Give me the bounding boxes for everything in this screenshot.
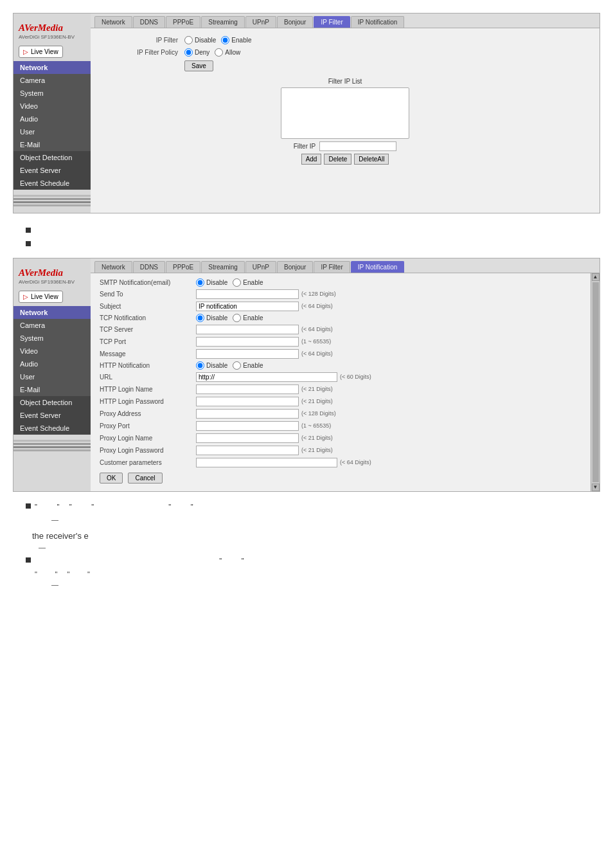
filter-ip-list[interactable] xyxy=(281,87,409,139)
delete-all-button-1[interactable]: DeleteAll xyxy=(354,154,389,165)
http-pass-input[interactable] xyxy=(196,397,299,406)
tab-ipfilter-1[interactable]: IP Filter xyxy=(314,16,350,28)
ip-filter-enable-label: Enable xyxy=(231,37,251,44)
smtp-enable-radio[interactable] xyxy=(233,278,241,287)
tab-bar-1: Network DDNS PPPoE Streaming UPnP Bonjou… xyxy=(91,14,600,28)
tab-ddns-2[interactable]: DDNS xyxy=(133,261,165,273)
tab-ddns-1[interactable]: DDNS xyxy=(133,16,165,28)
tab-ipnotification-1[interactable]: IP Notification xyxy=(351,16,405,28)
ok-button[interactable]: OK xyxy=(100,473,123,484)
sidebar-item-event-server-2[interactable]: Event Server xyxy=(13,409,91,422)
tcp-port-input[interactable] xyxy=(196,337,299,347)
save-button-1[interactable]: Save xyxy=(184,60,213,71)
filter-ip-text-label: Filter IP xyxy=(294,143,315,150)
policy-deny-radio[interactable] xyxy=(184,48,193,57)
http-enable-radio[interactable] xyxy=(233,361,241,370)
tcp-enable-radio[interactable] xyxy=(233,314,241,322)
sidebar-item-video-1[interactable]: Video xyxy=(13,100,91,113)
bullet-text-2 xyxy=(35,240,37,249)
tcp-disable-radio[interactable] xyxy=(196,314,204,322)
http-login-input[interactable] xyxy=(196,384,299,394)
tab-streaming-2[interactable]: Streaming xyxy=(201,261,245,273)
proxy-pass-input[interactable] xyxy=(196,446,299,455)
sidebar-item-user-2[interactable]: User xyxy=(13,370,91,383)
tcp-server-input[interactable] xyxy=(196,325,299,334)
ip-filter-disable-option[interactable]: Disable xyxy=(184,36,216,44)
sidebar-item-user-1[interactable]: User xyxy=(13,125,91,138)
sidebar-item-system-2[interactable]: System xyxy=(13,332,91,345)
content-area-1: IP Filter Disable Enable IP Fi xyxy=(91,28,600,189)
tab-bonjour-2[interactable]: Bonjour xyxy=(277,261,313,273)
scroll-thumb[interactable] xyxy=(592,282,599,482)
tab-bonjour-1[interactable]: Bonjour xyxy=(277,16,313,28)
ip-filter-enable-radio[interactable] xyxy=(221,36,229,44)
scroll-up-arrow[interactable]: ▲ xyxy=(592,273,600,281)
send-to-input[interactable] xyxy=(196,289,299,299)
sidebar-stripes-2 xyxy=(13,440,91,451)
smtp-disable-option[interactable]: Disable xyxy=(196,278,227,287)
add-button-1[interactable]: Add xyxy=(301,154,322,165)
scroll-down-arrow[interactable]: ▼ xyxy=(592,484,600,491)
quote-7: " xyxy=(219,557,222,565)
http-disable-radio[interactable] xyxy=(196,361,204,370)
policy-deny-option[interactable]: Deny xyxy=(184,48,209,57)
policy-allow-radio[interactable] xyxy=(215,48,223,57)
delete-button-1[interactable]: Delete xyxy=(324,154,351,165)
cancel-button[interactable]: Cancel xyxy=(128,473,162,484)
tab-upnp-2[interactable]: UPnP xyxy=(245,261,276,273)
sidebar-item-camera-2[interactable]: Camera xyxy=(13,319,91,332)
sidebar-item-audio-1[interactable]: Audio xyxy=(13,113,91,125)
tab-upnp-1[interactable]: UPnP xyxy=(245,16,276,28)
sidebar-item-audio-2[interactable]: Audio xyxy=(13,357,91,370)
filter-ip-input[interactable] xyxy=(319,141,396,151)
sidebar-item-event-schedule-2[interactable]: Event Schedule xyxy=(13,422,91,435)
proxy-login-input[interactable] xyxy=(196,433,299,443)
tab-streaming-1[interactable]: Streaming xyxy=(201,16,245,28)
proxy-pass-label: Proxy Login Password xyxy=(100,447,196,454)
tcp-disable-option[interactable]: Disable xyxy=(196,314,227,322)
sidebar-item-camera-1[interactable]: Camera xyxy=(13,74,91,87)
sidebar-item-network-2[interactable]: Network xyxy=(13,306,91,319)
ip-filter-enable-option[interactable]: Enable xyxy=(221,36,251,44)
sidebar-item-network-1[interactable]: Network xyxy=(13,61,91,74)
sidebar-item-system-1[interactable]: System xyxy=(13,87,91,100)
smtp-enable-option[interactable]: Enable xyxy=(233,278,263,287)
sidebar-item-email-1[interactable]: E-Mail xyxy=(13,138,91,151)
tab-network-2[interactable]: Network xyxy=(94,261,132,273)
proxy-login-row: Proxy Login Name (< 21 Digits) xyxy=(100,433,582,443)
message-input[interactable] xyxy=(196,349,299,359)
proxy-port-label: Proxy Port xyxy=(100,422,196,429)
tab-network-1[interactable]: Network xyxy=(94,16,132,28)
policy-allow-option[interactable]: Allow xyxy=(215,48,240,57)
sidebar-menu-2: Network Camera System Video Audio User E… xyxy=(13,306,91,451)
sidebar-item-video-2[interactable]: Video xyxy=(13,345,91,357)
proxy-port-input[interactable] xyxy=(196,421,299,431)
tab-ipnotification-2[interactable]: IP Notification xyxy=(351,261,405,273)
live-view-btn-2[interactable]: ▷ Live View xyxy=(19,291,63,303)
bullets-section-3: " " " " " " — xyxy=(26,556,600,588)
proxy-addr-input[interactable] xyxy=(196,409,299,419)
proxy-addr-hint: (< 128 Digits) xyxy=(301,410,336,417)
url-input[interactable] xyxy=(196,372,337,382)
customer-input[interactable] xyxy=(196,458,337,467)
http-radio-group: Disable Enable xyxy=(196,361,263,370)
subject-input[interactable] xyxy=(196,302,299,311)
smtp-disable-radio[interactable] xyxy=(196,278,204,287)
sidebar-item-object-1[interactable]: Object Detection xyxy=(13,151,91,164)
tab-ipfilter-2[interactable]: IP Filter xyxy=(314,261,350,273)
tab-pppoe-1[interactable]: PPPoE xyxy=(166,16,200,28)
bullet-square-2 xyxy=(26,241,31,246)
http-disable-option[interactable]: Disable xyxy=(196,361,227,370)
live-view-btn-1[interactable]: ▷ Live View xyxy=(19,46,63,58)
ip-filter-disable-radio[interactable] xyxy=(184,36,193,44)
bullet-3: " " " " " " xyxy=(26,502,600,512)
sidebar-item-object-2[interactable]: Object Detection xyxy=(13,396,91,409)
http-enable-option[interactable]: Enable xyxy=(233,361,263,370)
sidebar-item-email-2[interactable]: E-Mail xyxy=(13,383,91,396)
sidebar-item-event-server-1[interactable]: Event Server xyxy=(13,164,91,177)
scrollbar[interactable]: ▲ ▼ xyxy=(591,273,600,491)
tab-pppoe-2[interactable]: PPPoE xyxy=(166,261,200,273)
tcp-enable-option[interactable]: Enable xyxy=(233,314,263,322)
policy-radio-group: Deny Allow xyxy=(184,48,240,57)
sidebar-item-event-schedule-1[interactable]: Event Schedule xyxy=(13,177,91,190)
